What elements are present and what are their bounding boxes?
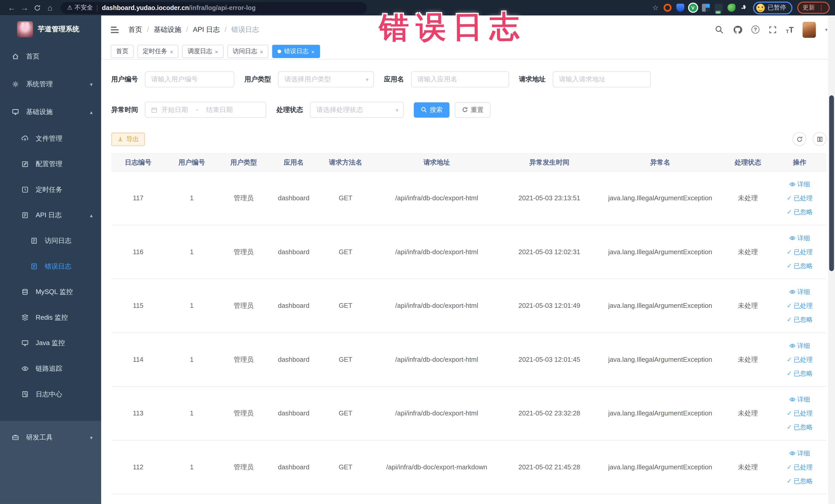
sidebar-item-dev-tools[interactable]: 研发工具 ▾ bbox=[0, 423, 101, 451]
app-title: 芋道管理系统 bbox=[38, 24, 79, 34]
tab-cron-job[interactable]: 定时任务× bbox=[137, 45, 179, 58]
bookmark-star-icon[interactable]: ☆ bbox=[652, 4, 658, 12]
processed-link[interactable]: ✓ 已处理 bbox=[787, 409, 813, 418]
detail-link[interactable]: 详细 bbox=[789, 234, 810, 243]
ignored-link[interactable]: ✓ 已忽略 bbox=[787, 207, 813, 217]
sidebar-item-trace[interactable]: 链路追踪 bbox=[0, 356, 101, 382]
app-name-input[interactable] bbox=[411, 72, 509, 87]
sidebar-item-label: 链路追踪 bbox=[36, 364, 62, 373]
detail-link[interactable]: 详细 bbox=[789, 287, 810, 296]
extension-icon-2[interactable] bbox=[676, 4, 684, 12]
sidebar-item-mysql-monitor[interactable]: MySQL 监控 bbox=[0, 279, 101, 305]
user-type-select[interactable]: 请选择用户类型 ▾ bbox=[278, 72, 374, 87]
browser-update-button[interactable]: 更新 ⋮ bbox=[797, 2, 830, 14]
help-icon[interactable]: ? bbox=[751, 26, 759, 34]
start-date-placeholder[interactable]: 开始日期 bbox=[161, 105, 188, 114]
github-icon[interactable] bbox=[733, 25, 742, 34]
extension-icon-6[interactable] bbox=[727, 4, 735, 12]
ignored-link[interactable]: ✓ 已忽略 bbox=[787, 315, 813, 324]
ignored-link[interactable]: ✓ 已忽略 bbox=[787, 477, 813, 485]
url-text[interactable]: dashboard.yudao.iocoder.cn/infra/log/api… bbox=[102, 4, 256, 12]
sidebar-item-redis-monitor[interactable]: Redis 监控 bbox=[0, 305, 101, 330]
user-id-input[interactable] bbox=[145, 72, 235, 87]
breadcrumb-home[interactable]: 首页 bbox=[128, 25, 142, 34]
main-panel: 首页 / 基础设施 / API 日志 / 错误日志 ? TT ▾ bbox=[101, 15, 835, 504]
calendar-icon bbox=[151, 106, 158, 113]
export-button[interactable]: 导出 bbox=[111, 133, 145, 146]
processed-link[interactable]: ✓ 已处理 bbox=[787, 463, 813, 472]
avatar-caret-icon[interactable]: ▾ bbox=[825, 27, 828, 32]
column-header-log-id: 日志编号 bbox=[111, 154, 165, 171]
sidebar-logo[interactable]: 芋道管理系统 bbox=[0, 15, 101, 43]
reset-button[interactable]: 重置 bbox=[455, 102, 490, 117]
cell-exception: java.lang.IllegalArgumentException bbox=[597, 279, 723, 332]
sidebar-item-system[interactable]: 系统管理 ▾ bbox=[0, 70, 101, 98]
check-icon: ✓ bbox=[787, 356, 792, 363]
browser-back-icon[interactable]: ← bbox=[5, 1, 18, 14]
detail-link[interactable]: 详细 bbox=[789, 180, 810, 189]
breadcrumb-infra[interactable]: 基础设施 bbox=[154, 25, 182, 34]
sidebar-item-log-center[interactable]: 日志中心 bbox=[0, 381, 101, 407]
browser-home-icon[interactable]: ⌂ bbox=[44, 1, 57, 14]
font-size-icon[interactable]: TT bbox=[786, 25, 794, 34]
search-button[interactable]: 搜索 bbox=[414, 102, 449, 117]
extension-icon-4[interactable] bbox=[701, 4, 710, 12]
ignored-link[interactable]: ✓ 已忽略 bbox=[787, 369, 813, 378]
extension-icon-5[interactable]: on bbox=[714, 4, 722, 12]
sidebar-item-config-manage[interactable]: 配置管理 bbox=[0, 151, 101, 177]
tab-close-icon[interactable]: × bbox=[260, 48, 263, 55]
page-scrollbar[interactable] bbox=[828, 15, 835, 504]
sidebar-item-java-monitor[interactable]: Java 监控 bbox=[0, 330, 101, 356]
extensions-puzzle-icon[interactable] bbox=[740, 4, 748, 12]
cell-exception: java.lang.IllegalArgumentException bbox=[597, 387, 723, 440]
extension-icon-1[interactable] bbox=[663, 4, 671, 12]
browser-profile-button[interactable]: 已暂停 bbox=[753, 1, 793, 14]
cell-url: /api/infra/db-doc/export-html bbox=[372, 279, 501, 332]
processed-link[interactable]: ✓ 已处理 bbox=[787, 194, 813, 203]
date-range-picker[interactable]: 开始日期 - 结束日期 bbox=[145, 102, 266, 118]
tab-home[interactable]: 首页 bbox=[111, 45, 134, 58]
tab-close-icon[interactable]: × bbox=[170, 48, 173, 55]
fullscreen-icon[interactable] bbox=[768, 25, 777, 34]
tab-error-log[interactable]: 错误日志× bbox=[272, 45, 320, 58]
breadcrumb-api-log[interactable]: API 日志 bbox=[193, 25, 220, 34]
address-bar[interactable]: ⚠ 不安全 dashboard.yudao.iocoder.cn/infra/l… bbox=[61, 2, 367, 14]
scrollbar-thumb[interactable] bbox=[829, 95, 834, 271]
tab-schedule-log[interactable]: 调度日志× bbox=[182, 45, 224, 58]
detail-link[interactable]: 详细 bbox=[789, 449, 810, 458]
request-url-input[interactable] bbox=[553, 72, 651, 87]
edit-icon bbox=[21, 160, 29, 168]
ignored-link[interactable]: ✓ 已忽略 bbox=[787, 261, 813, 270]
search-icon[interactable] bbox=[715, 25, 724, 34]
sidebar-item-infra[interactable]: 基础设施 ▴ bbox=[0, 98, 101, 126]
browser-forward-icon[interactable]: → bbox=[18, 1, 31, 14]
sidebar-item-home[interactable]: 首页 bbox=[0, 43, 101, 70]
security-label[interactable]: 不安全 bbox=[75, 4, 93, 12]
detail-link[interactable]: 详细 bbox=[789, 341, 810, 350]
column-header-exception: 异常名 bbox=[597, 154, 723, 171]
refresh-button[interactable] bbox=[792, 132, 806, 146]
sidebar-item-error-log[interactable]: 错误日志 bbox=[0, 254, 101, 279]
sidebar-item-api-log[interactable]: API 日志 ▴ bbox=[0, 202, 101, 228]
browser-menu-icon[interactable]: ⋮ bbox=[818, 4, 824, 12]
detail-link[interactable]: 详细 bbox=[789, 395, 810, 404]
sidebar-collapse-icon[interactable] bbox=[111, 26, 119, 33]
processed-link[interactable]: ✓ 已处理 bbox=[787, 355, 813, 364]
tab-close-icon[interactable]: × bbox=[311, 48, 314, 55]
processed-link[interactable]: ✓ 已处理 bbox=[787, 301, 813, 310]
column-settings-button[interactable] bbox=[813, 132, 827, 146]
process-status-select[interactable]: 请选择处理状态 ▾ bbox=[310, 102, 404, 118]
sidebar-item-access-log[interactable]: 访问日志 bbox=[0, 228, 101, 254]
user-avatar[interactable] bbox=[803, 22, 816, 38]
cell-actions: 详细 ✓ 已处理 ✓ 已忽略 bbox=[773, 333, 827, 386]
sidebar-item-file-manage[interactable]: 文件管理 bbox=[0, 126, 101, 152]
processed-link[interactable]: ✓ 已处理 bbox=[787, 247, 813, 257]
extension-icon-3[interactable]: V bbox=[689, 4, 697, 12]
tab-access-log[interactable]: 访问日志× bbox=[227, 45, 269, 58]
ignored-link[interactable]: ✓ 已忽略 bbox=[787, 423, 813, 431]
browser-reload-icon[interactable] bbox=[31, 1, 44, 14]
table-row: 114 1 管理员 dashboard GET /api/infra/db-do… bbox=[111, 333, 827, 387]
tab-close-icon[interactable]: × bbox=[215, 48, 218, 55]
sidebar-item-cron-job[interactable]: 定时任务 bbox=[0, 177, 101, 203]
end-date-placeholder[interactable]: 结束日期 bbox=[206, 105, 233, 114]
